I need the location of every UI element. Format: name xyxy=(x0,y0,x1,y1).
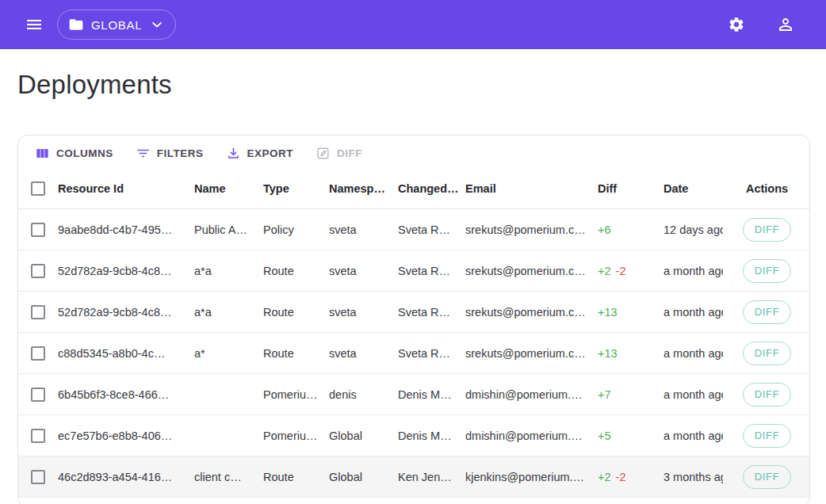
settings-button[interactable] xyxy=(720,8,753,41)
cell-changed-by: Sveta R… xyxy=(398,265,465,277)
cell-email: srekuts@pomerium.c… xyxy=(465,265,598,277)
namespace-selector[interactable]: GLOBAL xyxy=(57,10,176,40)
cell-actions: DIFF xyxy=(723,218,810,242)
person-icon xyxy=(776,15,795,34)
select-all-checkbox[interactable] xyxy=(31,181,45,196)
row-checkbox[interactable] xyxy=(31,470,45,484)
table-row[interactable]: 52d782a9-9cb8-4c8…a*aRoutesvetaSveta R…s… xyxy=(18,292,809,333)
row-diff-button[interactable]: DIFF xyxy=(743,383,792,407)
columns-icon xyxy=(35,146,50,161)
column-header-diff[interactable]: Diff xyxy=(598,182,663,195)
cell-actions: DIFF xyxy=(723,424,810,448)
folder-icon xyxy=(68,17,84,32)
cell-email: srekuts@pomerium.c… xyxy=(465,223,598,236)
cell-name: a*a xyxy=(194,265,263,277)
cell-type: Route xyxy=(263,471,329,483)
column-header-type[interactable]: Type xyxy=(263,182,329,195)
cell-resource-id: 52d782a9-9cb8-4c8… xyxy=(58,306,194,319)
column-header-resource-id[interactable]: Resource Id xyxy=(58,182,194,195)
cell-email: dmishin@pomerium.… xyxy=(465,388,598,401)
cell-resource-id: 9aabe8dd-c4b7-495… xyxy=(58,223,194,236)
row-checkbox-cell xyxy=(18,264,58,278)
diff-added: +7 xyxy=(598,388,611,401)
cell-namespace: sveta xyxy=(329,306,398,319)
column-header-actions[interactable]: Actions xyxy=(723,182,810,195)
table-row[interactable]: ec7e57b6-e8b8-406…Pomeriu…GlobalDenis M…… xyxy=(18,415,809,456)
cell-diff: +5 xyxy=(598,430,663,442)
app-bar: GLOBAL xyxy=(0,0,826,49)
filter-icon xyxy=(136,146,151,161)
cell-type: Pomeriu… xyxy=(263,388,329,401)
cell-email: srekuts@pomerium.c… xyxy=(465,347,598,360)
row-checkbox-cell xyxy=(18,305,58,319)
cell-namespace: Global xyxy=(329,430,398,442)
diff-added: +6 xyxy=(598,223,611,236)
row-diff-button[interactable]: DIFF xyxy=(743,300,792,324)
cell-changed-by: Sveta R… xyxy=(398,347,465,360)
column-header-date[interactable]: Date xyxy=(663,182,723,195)
row-diff-button[interactable]: DIFF xyxy=(743,465,792,489)
column-header-email[interactable]: Email xyxy=(465,182,598,195)
columns-button-label: COLUMNS xyxy=(56,147,113,159)
export-button[interactable]: EXPORT xyxy=(217,141,303,166)
diff-removed: -2 xyxy=(616,265,626,277)
diff-toolbar-button: DIFF xyxy=(307,141,371,166)
menu-button[interactable] xyxy=(17,8,51,41)
cell-resource-id: 46c2d893-a454-416… xyxy=(58,471,194,483)
row-diff-button[interactable]: DIFF xyxy=(743,424,792,448)
table-row[interactable]: 46c2d893-a454-416…client c…RouteGlobalKe… xyxy=(18,456,809,498)
cell-type: Route xyxy=(263,306,329,319)
gear-icon xyxy=(728,16,745,33)
row-checkbox[interactable] xyxy=(31,429,45,443)
diff-removed: -2 xyxy=(616,471,626,483)
cell-resource-id: ec7e57b6-e8b8-406… xyxy=(58,430,194,442)
row-checkbox[interactable] xyxy=(31,223,45,237)
row-checkbox[interactable] xyxy=(31,388,45,402)
cell-diff: +2-2 xyxy=(598,265,663,277)
diff-added: +13 xyxy=(598,347,618,360)
column-header-namespace[interactable]: Namesp… xyxy=(329,182,398,195)
table-header-row: Resource IdNameTypeNamesp…Changed…EmailD… xyxy=(18,169,809,209)
page-title: Deployments xyxy=(17,70,826,100)
cell-namespace: sveta xyxy=(329,265,398,277)
row-diff-button[interactable]: DIFF xyxy=(743,218,792,242)
table-toolbar: COLUMNS FILTERS EXPORT DIFF xyxy=(18,136,809,169)
cell-resource-id: c88d5345-a8b0-4c… xyxy=(58,347,194,360)
namespace-label: GLOBAL xyxy=(91,18,142,32)
row-checkbox[interactable] xyxy=(31,264,45,278)
row-checkbox-cell xyxy=(18,223,58,237)
diff-added: +5 xyxy=(598,430,611,442)
cell-namespace: denis xyxy=(329,388,398,401)
cell-name: Public A… xyxy=(194,223,263,236)
cell-type: Pomeriu… xyxy=(263,430,329,442)
column-header-name[interactable]: Name xyxy=(194,182,263,195)
table-row[interactable]: 52d782a9-9cb8-4c8…a*aRoutesvetaSveta R…s… xyxy=(18,250,809,292)
cell-name: a* xyxy=(194,347,263,360)
hamburger-icon xyxy=(25,15,44,34)
table-row[interactable]: 9aabe8dd-c4b7-495…Public A…PolicysvetaSv… xyxy=(18,209,809,250)
row-checkbox-cell xyxy=(18,470,58,484)
column-header-changed-by[interactable]: Changed… xyxy=(398,182,465,195)
cell-email: dmishin@pomerium.… xyxy=(465,430,598,442)
cell-email: kjenkins@pomerium.… xyxy=(465,471,598,483)
cell-actions: DIFF xyxy=(723,465,810,489)
cell-date: 12 days ago xyxy=(663,223,723,236)
cell-date: a month ago xyxy=(663,306,723,319)
cell-namespace: sveta xyxy=(329,223,398,236)
row-diff-button[interactable]: DIFF xyxy=(743,259,792,283)
row-diff-button[interactable]: DIFF xyxy=(743,342,792,365)
row-checkbox[interactable] xyxy=(31,346,45,361)
row-checkbox[interactable] xyxy=(31,305,45,319)
table-row[interactable]: c88d5345-a8b0-4c…a*RoutesvetaSveta R…sre… xyxy=(18,333,809,374)
export-icon xyxy=(226,146,241,161)
row-checkbox-cell xyxy=(18,346,58,361)
cell-resource-id: 6b45b6f3-8ce8-466… xyxy=(58,388,194,401)
table-row[interactable]: 6b45b6f3-8ce8-466…Pomeriu…denisDenis M…d… xyxy=(18,374,809,415)
cell-type: Route xyxy=(263,265,329,277)
columns-button[interactable]: COLUMNS xyxy=(26,141,122,166)
account-button[interactable] xyxy=(769,8,802,41)
filters-button[interactable]: FILTERS xyxy=(127,141,212,166)
cell-type: Policy xyxy=(263,223,329,236)
filters-button-label: FILTERS xyxy=(157,147,204,159)
cell-date: a month ago xyxy=(663,265,723,277)
